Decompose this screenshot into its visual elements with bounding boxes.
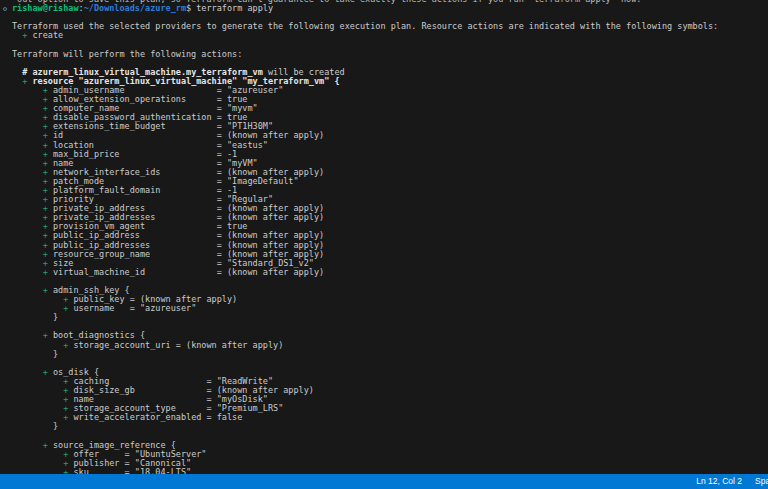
plus-sign: + — [63, 412, 68, 422]
status-spaces-indent[interactable]: Spaces: 4 — [755, 474, 768, 489]
terminal-output: Terraform used the selected providers to… — [12, 13, 768, 474]
plus-sign: + — [63, 303, 68, 313]
terminal-line: + username = "azureuser" — [12, 304, 768, 313]
terminal-line: } — [12, 313, 768, 322]
terminal-line — [12, 359, 768, 368]
prompt-path: ~/Downloads/azure_rm — [84, 3, 186, 13]
plus-sign: + — [43, 330, 48, 340]
terminal-line: } — [12, 350, 768, 359]
plus-sign: + — [63, 467, 68, 474]
command-decoration-icon[interactable] — [3, 7, 7, 11]
prompt-user-host: rishaw@rishaw — [12, 3, 79, 13]
prompt-command: $ terraform apply — [186, 3, 273, 13]
terminal-panel[interactable]: -out option to save this plan, so Terraf… — [0, 0, 768, 474]
status-bar: Ln 12, Col 2 Spaces: 4 — [0, 474, 768, 489]
terminal-line: + write_accelerator_enabled = false — [12, 413, 768, 422]
terminal-line: } — [12, 422, 768, 431]
terminal-prompt-line: rishaw@rishaw:~/Downloads/azure_rm$ terr… — [12, 4, 768, 13]
terminal-line: + virtual_machine_id = (known after appl… — [12, 268, 768, 277]
plus-sign: + — [63, 340, 68, 350]
plus-sign: + — [22, 30, 27, 40]
terminal-line: + storage_account_uri = (known after app… — [12, 341, 768, 350]
plus-sign: + — [43, 267, 48, 277]
terminal-line: Terraform will perform the following act… — [12, 50, 768, 59]
terminal-line: Terraform used the selected providers to… — [12, 22, 768, 31]
terminal-line: + create — [12, 31, 768, 40]
status-line-col[interactable]: Ln 12, Col 2 — [696, 474, 742, 489]
